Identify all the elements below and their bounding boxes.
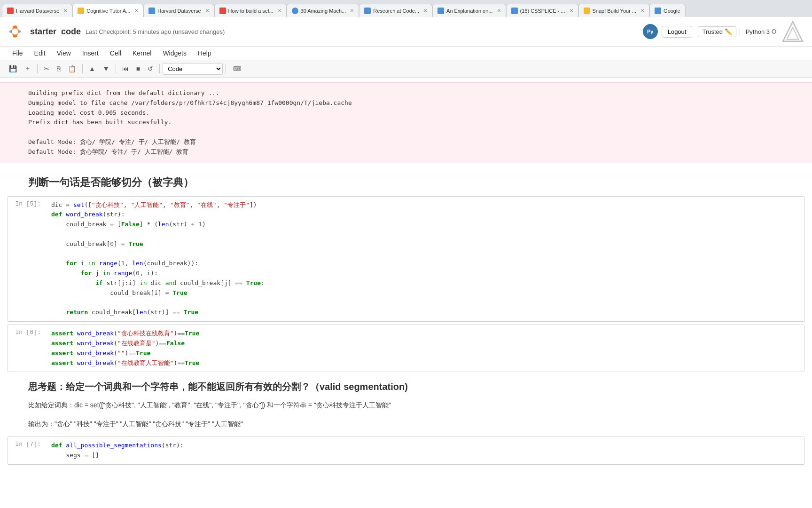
output-cell: Building prefix dict from the default di… xyxy=(0,82,812,163)
tab-close-9[interactable]: ✕ xyxy=(640,8,644,13)
logout-button[interactable]: Logout xyxy=(662,26,693,38)
move-down-button[interactable]: ▼ xyxy=(100,63,113,75)
kernel-status-circle xyxy=(772,29,776,34)
cell-code-6[interactable]: assert word_break("贪心科技在线教育")==True asse… xyxy=(46,325,804,372)
pencil-icon: ✏️ xyxy=(725,28,732,35)
tab-label-1: Harvard Dataverse xyxy=(16,8,59,14)
tab-favicon-8 xyxy=(511,8,518,14)
section-heading-2: 思考题：给定一个词典和一个字符串，能不能返回所有有效的分割？（valid seg… xyxy=(0,375,812,396)
separator: | xyxy=(738,28,740,35)
code-cell-5: In [5]: dic = set(["贪心科技", "人工智能", "教育",… xyxy=(8,196,804,322)
code-cell-6: In [6]: assert word_break("贪心科技在线教育")==T… xyxy=(8,325,804,372)
tab-snap[interactable]: Snap! Build Your ... ✕ xyxy=(578,4,650,17)
jupyter-logo xyxy=(8,24,23,39)
tab-close-6[interactable]: ✕ xyxy=(423,8,427,13)
tab-close-2[interactable]: ✕ xyxy=(134,8,138,13)
tab-close-7[interactable]: ✕ xyxy=(497,8,501,13)
tab-label-4: How to build a sel... xyxy=(228,8,273,14)
tab-label-5: 30 Amazing Mach... xyxy=(301,8,346,14)
jupyter-header: starter_code Last Checkpoint: 5 minutes … xyxy=(0,17,812,47)
trusted-badge[interactable]: Trusted ✏️ xyxy=(698,26,736,37)
cell-label-5: In [5]: xyxy=(8,197,46,211)
toolbar: 💾 ＋ ✂ ⎘ 📋 ▲ ▼ ⏮ ■ ↺ CodeMarkdownRaw NBCo… xyxy=(0,60,812,78)
cut-cell-button[interactable]: ✂ xyxy=(40,63,53,75)
copy-cell-button[interactable]: ⎘ xyxy=(54,63,64,75)
insert-cell-button[interactable]: ＋ xyxy=(21,62,34,75)
section-heading-1: 判断一句话是否能够切分（被字典） xyxy=(0,168,812,193)
md-text-1: 比如给定词典：dic = set(["贪心科技", "人工智能", "教育", … xyxy=(0,396,812,415)
tab-label-6: Research at Code... xyxy=(373,8,419,14)
menu-bar: File Edit View Insert Cell Kernel Widget… xyxy=(0,47,812,60)
menu-cell[interactable]: Cell xyxy=(105,48,126,59)
menu-widgets[interactable]: Widgets xyxy=(158,48,191,59)
tab-label-10: Google xyxy=(664,8,680,14)
paste-cell-button[interactable]: 📋 xyxy=(65,63,79,75)
cell-label-7: In [7]: xyxy=(8,437,46,452)
stop-button[interactable]: ■ xyxy=(133,63,143,75)
save-button[interactable]: 💾 xyxy=(6,63,20,75)
tab-close-8[interactable]: ✕ xyxy=(570,8,573,13)
svg-marker-5 xyxy=(783,22,803,41)
tab-favicon-1 xyxy=(7,8,14,14)
tab-favicon-9 xyxy=(584,8,590,14)
python-icon: Py xyxy=(643,24,658,39)
cell-type-select[interactable]: CodeMarkdownRaw NBConvert xyxy=(163,63,223,75)
tab-favicon-5 xyxy=(292,8,298,14)
kernel-badge: Python 3 xyxy=(746,28,776,35)
menu-insert[interactable]: Insert xyxy=(78,48,103,59)
md-text-2: 输出为："贪心" "科技" "专注于" "人工智能" "贪心科技" "专注于" … xyxy=(0,415,812,434)
cell5-code-pre: dic = set(["贪心科技", "人工智能", "教育", "在线", "… xyxy=(51,200,798,318)
menu-edit[interactable]: Edit xyxy=(30,48,50,59)
keyboard-button[interactable]: ⌨ xyxy=(229,63,245,74)
tab-favicon-6 xyxy=(364,8,371,14)
aa-logo xyxy=(781,20,804,43)
tab-research-code[interactable]: Research at Code... ✕ xyxy=(359,4,432,17)
restart-button[interactable]: ↺ xyxy=(144,63,156,75)
tab-close-1[interactable]: ✕ xyxy=(63,8,67,13)
tab-how-to-build[interactable]: How to build a sel... ✕ xyxy=(214,4,287,17)
tab-favicon-4 xyxy=(219,8,226,14)
kernel-label: Python 3 xyxy=(746,28,770,35)
tab-harvard-dataverse-2[interactable]: Harvard Dataverse ✕ xyxy=(143,4,214,17)
tab-favicon-3 xyxy=(148,8,155,14)
cell6-code-pre: assert word_break("贪心科技在线教育")==True asse… xyxy=(51,329,798,368)
svg-point-4 xyxy=(11,28,18,35)
tab-close-3[interactable]: ✕ xyxy=(205,8,209,13)
run-prev-button[interactable]: ⏮ xyxy=(119,63,132,75)
tab-explanation[interactable]: An Explanation on... ✕ xyxy=(432,4,506,17)
toolbar-separator-2 xyxy=(82,64,83,73)
browser-tabs: Harvard Dataverse ✕ Cognitive Tutor A...… xyxy=(0,0,812,17)
tab-cssplice[interactable]: (16) CSSPLICE - ... ✕ xyxy=(506,4,578,17)
output-text: Building prefix dict from the default di… xyxy=(28,88,804,157)
move-up-button[interactable]: ▲ xyxy=(86,63,99,75)
tab-favicon-10 xyxy=(655,8,661,14)
tab-30-amazing[interactable]: 30 Amazing Mach... ✕ xyxy=(287,4,359,17)
tab-harvard-dataverse-1[interactable]: Harvard Dataverse ✕ xyxy=(2,4,72,17)
tab-label-2: Cognitive Tutor A... xyxy=(86,8,130,14)
notebook-title[interactable]: starter_code xyxy=(30,27,81,37)
tab-label-9: Snap! Build Your ... xyxy=(593,8,637,14)
jupyter-logo-icon xyxy=(8,24,23,39)
tab-google[interactable]: Google xyxy=(649,4,685,17)
cell-code-7[interactable]: def all_possible_segmentations(str): seg… xyxy=(46,437,804,464)
toolbar-separator-5 xyxy=(226,64,226,73)
tab-close-4[interactable]: ✕ xyxy=(278,8,281,13)
toolbar-separator-4 xyxy=(159,64,160,73)
code-cell-7: In [7]: def all_possible_segmentations(s… xyxy=(8,437,804,465)
menu-file[interactable]: File xyxy=(8,48,28,59)
tab-label-8: (16) CSSPLICE - ... xyxy=(520,8,565,14)
tab-favicon-2 xyxy=(78,8,84,14)
menu-help[interactable]: Help xyxy=(193,48,216,59)
toolbar-separator-3 xyxy=(116,64,116,73)
tab-label-7: An Explanation on... xyxy=(446,8,492,14)
tab-favicon-7 xyxy=(437,8,444,14)
menu-kernel[interactable]: Kernel xyxy=(128,48,156,59)
cell7-code-pre: def all_possible_segmentations(str): seg… xyxy=(51,441,798,460)
cell-code-5[interactable]: dic = set(["贪心科技", "人工智能", "教育", "在线", "… xyxy=(46,197,804,322)
tab-close-5[interactable]: ✕ xyxy=(350,8,354,13)
tab-cognitive-tutor[interactable]: Cognitive Tutor A... ✕ xyxy=(72,4,143,17)
trusted-label: Trusted xyxy=(702,28,723,35)
menu-view[interactable]: View xyxy=(52,48,76,59)
tab-label-3: Harvard Dataverse xyxy=(157,8,201,14)
toolbar-separator-1 xyxy=(37,64,38,73)
